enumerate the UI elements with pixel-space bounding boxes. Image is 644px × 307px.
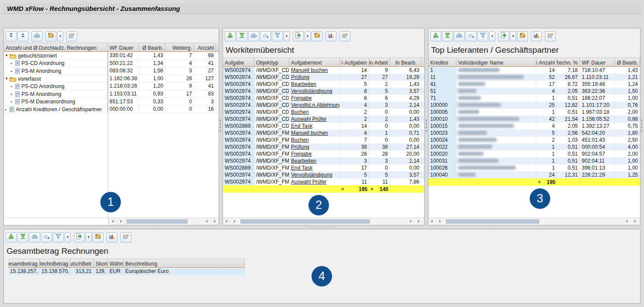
horizontal-scrollbar-thumb[interactable]: … [240,219,370,224]
column-header-bearb[interactable]: Ø Bearb. [139,43,165,51]
cell-aufgabentext[interactable]: Prüfung [289,143,340,150]
expand-all-button[interactable] [6,31,17,41]
scroll-right-button[interactable]: › [214,218,216,225]
export-dropdown-button[interactable]: ▾ [510,31,516,41]
table-row[interactable]: 10002610,51396:01:131,00 [428,164,640,171]
tree-row[interactable]: ▼vorerfasst1.162:06:381,0026127 [4,75,219,83]
table-row[interactable]: 1000104221,541.156:05:520,88 [428,116,640,123]
table-row[interactable]: 1147,18716:10:471,43 [428,67,640,74]
sort-descending-button[interactable] [442,31,453,41]
collapse-node-icon[interactable]: ▼ [5,54,10,58]
scroll-left-button[interactable]: ‹ [206,218,208,225]
views-button[interactable] [517,31,528,41]
aufgabentext-link[interactable]: Freigabe [291,95,312,101]
column-header-weiterg[interactable]: Weiterg. [165,43,194,51]
cell-aufgabentext[interactable]: Vervollständigung [289,171,340,178]
column-header-kreditor[interactable]: Kreditor [428,58,456,66]
scroll-right-button[interactable]: › [233,218,235,225]
table-row[interactable]: WS002974‥/WMD/XF_FMFreigabe282820,00 [223,150,424,157]
aufgabentext-link[interactable]: Manuell buchen [291,67,328,73]
aufgabentext-link[interactable]: Manuell buchen [291,130,328,136]
cell-aufgabentext[interactable]: Vervollständigung [289,88,340,95]
column-header-beschreibung[interactable]: Beschreibung [123,259,245,267]
table-row[interactable]: WS002889‥/WMD/XF_FMEnd Task1700,00 [223,164,424,171]
chart-button[interactable] [325,31,336,41]
table-row[interactable]: 115226,671.110:23:111,21 [428,74,640,81]
vertical-splitter-grip[interactable] [219,119,221,133]
aufgabentext-link[interactable]: Auswahl Prüfer [291,116,326,122]
collapse-node-icon[interactable]: ▼ [5,77,10,81]
sort-descending-button[interactable] [236,31,247,41]
filter-button[interactable] [53,232,64,242]
cell-aufgabentext[interactable]: Prüfung [289,74,340,81]
table-row[interactable]: WS002974‥/WMD/XF_CDVervollständigung853,… [223,88,424,95]
horizontal-scrollbar-thumb[interactable]: … [446,219,539,224]
table-row[interactable]: 10003110,51902:04:111,00 [428,157,640,164]
table-row[interactable]: WS002974‥/WMD/XF_CDBearbeiten521,43 [223,81,424,88]
tree-row[interactable]: •Anzahl Kreditoren / Geschäftspartner000… [4,106,219,113]
horizontal-scrollbar-thumb[interactable]: … [127,219,188,224]
tree-row[interactable]: •PS-M Daueranordnung651:17:530,3303 [4,98,219,106]
tree-row[interactable]: •PS-CD Anordnung500:21:221,34441 [4,60,219,68]
scroll-right-button[interactable]: › [439,218,441,225]
views-button[interactable] [45,31,56,41]
table-row[interactable]: WS002974‥/WMD/XF_CDPrüfung272719,29 [223,74,424,81]
aufgabentext-link[interactable]: Prüfung [291,74,309,80]
tree-row[interactable]: •PS-M Anordnung1.153:03:110,931783 [4,90,219,98]
aufgabentext-link[interactable]: Prüfung [291,144,309,150]
column-header-skonto[interactable]: Skonto [94,259,108,267]
table-row[interactable]: 5142,05363:22:361,50 [428,88,640,95]
column-header-name[interactable]: Vollständiger Name [456,58,537,66]
table-row[interactable]: WS002974‥/WMD/XF_FMAuswahl Prüfer11117,8… [223,178,424,185]
column-header-rechn-prozent[interactable]: Rechn. % [557,58,580,66]
filter-dropdown-button[interactable]: ▾ [284,31,290,41]
scroll-left-button[interactable]: ‹ [431,218,433,225]
cell-aufgabentext[interactable]: Manuell buchen [289,67,340,74]
find-next-button[interactable] [466,31,476,41]
cell-aufgabentext[interactable]: Buchen [289,136,340,143]
aufgabentext-link[interactable]: Buchen [291,109,309,115]
column-header-in-arbeit[interactable]: Σin Arbeit [369,58,390,66]
table-row[interactable]: WS002974‥/WMD/XF_FMPrüfung383827,14 [223,143,424,150]
table-row[interactable]: 41178,72355:19:481,24 [428,81,640,88]
filter-button[interactable] [272,31,283,41]
tree-row[interactable]: •PS-CD Anordnung1.218:03:261,20941 [4,82,219,90]
aufgabentext-link[interactable]: Auswahl Prüfer [291,179,326,185]
export-button[interactable] [498,31,509,41]
find-button[interactable] [248,31,259,41]
cell-aufgabentext[interactable]: End Task [289,164,340,171]
table-row[interactable]: 10002352,56542:04:201,80 [428,130,640,136]
column-header-aufgabentext[interactable]: Aufgabentext [289,58,340,66]
column-header-gesamtbetrag[interactable]: Gesamtbetrag [8,259,40,267]
column-header-gutschbetr[interactable]: GutschBetr [70,259,94,267]
cell-aufgabentext[interactable]: End Task [289,123,340,130]
column-header-bearb[interactable]: Ø Bearb. [615,58,640,66]
layout-settings-button[interactable] [339,31,350,41]
cell-aufgabentext[interactable]: Vervollst.n.Ablehnung [289,102,340,109]
column-header-anzahl[interactable]: Anzahl [194,43,216,51]
column-header-aufgaben[interactable]: ΣAufgaben [340,58,369,66]
table-row[interactable]: 10002421,03451:01:432,50 [428,136,640,143]
cell-aufgabentext[interactable]: Buchen [289,109,340,116]
vertical-splitter-grip[interactable] [425,119,427,133]
sort-ascending-button[interactable] [430,31,441,41]
table-row[interactable]: WS002974‥/WMD/XF_CDVervollst.n.Ablehnung… [223,102,424,109]
find-button[interactable] [454,31,465,41]
layout-settings-button[interactable] [545,31,556,41]
chart-button[interactable] [106,232,117,242]
table-row[interactable]: WS002974‥/WMD/XF_FMBearbeiten332,14 [223,157,424,164]
scroll-left-button[interactable]: ‹ [626,218,628,225]
collapse-all-button[interactable] [17,31,28,41]
aufgabentext-link[interactable]: Buchen [291,137,309,143]
scroll-left-button[interactable]: ‹ [410,218,411,225]
find-button[interactable] [31,31,42,41]
table-row[interactable]: 15.138.257, 15.138.570, 313,21 129, EUR … [8,268,245,275]
aufgabentext-link[interactable]: End Task [291,123,312,129]
table-row[interactable]: WS002889‥/WMD/XF_CDEnd Task1400,00 [223,123,424,130]
column-header-waehrung[interactable]: Währu‥ [108,259,123,267]
scroll-left-button[interactable]: ‹ [226,218,227,225]
find-next-button[interactable] [260,31,271,41]
aufgabentext-link[interactable]: Bearbeiten [291,158,316,164]
horizontal-splitter-grip[interactable] [308,226,335,228]
table-row[interactable]: WS002974‥/WMD/XF_FMVervollständigung553,… [223,171,424,178]
